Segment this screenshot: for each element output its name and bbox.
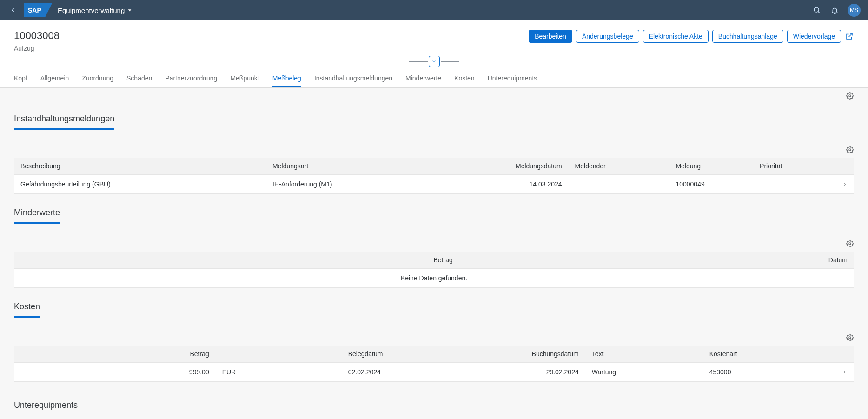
- cell-currency: EUR: [216, 363, 342, 382]
- row-nav[interactable]: [835, 175, 854, 194]
- chevron-left-icon: [10, 7, 16, 13]
- object-header-left: 10003008 Aufzug: [14, 30, 60, 52]
- section-minderwerte: Minderwerte Betrag Datum Keine Daten gef…: [14, 194, 854, 288]
- row-nav[interactable]: [835, 363, 854, 382]
- svg-point-7: [849, 243, 851, 245]
- notifications-settings-button[interactable]: [846, 146, 854, 154]
- svg-marker-2: [128, 9, 132, 11]
- bell-icon: [831, 7, 839, 14]
- tab-schäden[interactable]: Schäden: [126, 70, 152, 87]
- tab-instandhaltungsmeldungen[interactable]: Instandhaltungsmeldungen: [314, 70, 392, 87]
- anchor-line-right: [441, 61, 459, 62]
- tab-kosten[interactable]: Kosten: [454, 70, 475, 87]
- section-unterequipments: Unterequipments: [14, 382, 854, 417]
- accounting-button[interactable]: Buchhaltungsanlage: [712, 30, 783, 43]
- table-header-row: Betrag Belegdatum Buchungsdatum Text Kos…: [14, 346, 854, 363]
- col-datum: Datum: [459, 252, 854, 269]
- gear-icon: [846, 240, 854, 247]
- cell-id: 10000049: [669, 175, 753, 194]
- cell-description: Gefährdungsbeurteilung (GBU): [14, 175, 266, 194]
- col-description: Beschreibung: [14, 158, 266, 175]
- notifications-table: Beschreibung Meldungsart Meldungsdatum M…: [14, 158, 854, 194]
- table-row[interactable]: 999,00 EUR 02.02.2024 29.02.2024 Wartung…: [14, 363, 854, 382]
- cell-belegdatum: 02.02.2024: [342, 363, 476, 382]
- tab-zuordnung[interactable]: Zuordnung: [82, 70, 113, 87]
- electronic-file-button[interactable]: Elektronische Akte: [643, 30, 709, 43]
- cell-reporter: [569, 175, 669, 194]
- gear-icon: [846, 146, 854, 153]
- col-reporter: Meldender: [569, 158, 669, 175]
- page-title: 10003008: [14, 30, 60, 42]
- sap-logo[interactable]: SAP: [24, 3, 52, 17]
- top-settings-row: [14, 88, 854, 100]
- col-betrag: Betrag: [14, 252, 459, 269]
- anchor-tabs: KopfAllgemeinZuordnungSchädenPartnerzuor…: [0, 70, 868, 88]
- kosten-table: Betrag Belegdatum Buchungsdatum Text Kos…: [14, 346, 854, 382]
- object-header: 10003008 Aufzug Bearbeiten Änderungsbele…: [0, 20, 868, 52]
- col-betrag: Betrag: [14, 346, 216, 363]
- tab-unterequipments[interactable]: Unterequipments: [488, 70, 537, 87]
- kosten-settings-button[interactable]: [846, 333, 854, 342]
- page-subtitle: Aufzug: [14, 45, 60, 52]
- notifications-toolbar: [14, 132, 854, 158]
- minderwerte-table: Betrag Datum Keine Daten gefunden.: [14, 252, 854, 288]
- shellbar: SAP Equipmentverwaltung MS: [0, 0, 868, 20]
- col-id: Meldung: [669, 158, 753, 175]
- search-button[interactable]: [812, 6, 822, 15]
- notifications-button[interactable]: [830, 6, 839, 15]
- section-notifications: Instandhaltungsmeldungen Beschreibung Me…: [14, 100, 854, 194]
- svg-point-6: [849, 149, 851, 151]
- page-content: Instandhaltungsmeldungen Beschreibung Me…: [0, 88, 868, 419]
- sap-logo-icon: SAP: [24, 3, 52, 17]
- tab-partnerzuordnung[interactable]: Partnerzuordnung: [165, 70, 217, 87]
- share-icon: [845, 32, 854, 40]
- user-avatar[interactable]: MS: [848, 4, 861, 17]
- minderwerte-toolbar: [14, 226, 854, 252]
- cell-buchungsdatum: 29.02.2024: [476, 363, 585, 382]
- settings-button[interactable]: [846, 92, 854, 100]
- collapse-header-button[interactable]: [429, 56, 440, 67]
- cell-date: 14.03.2024: [451, 175, 569, 194]
- kosten-toolbar: [14, 319, 854, 346]
- section-title-kosten: Kosten: [14, 288, 40, 318]
- cell-kostenart: 453000: [703, 363, 835, 382]
- shell-left: SAP Equipmentverwaltung: [7, 3, 132, 17]
- svg-line-4: [818, 11, 820, 13]
- back-button[interactable]: [7, 5, 19, 16]
- cell-type: IH-Anforderung (M1): [266, 175, 451, 194]
- cell-betrag: 999,00: [14, 363, 216, 382]
- col-priority: Priorität: [753, 158, 835, 175]
- col-buchungsdatum: Buchungsdatum: [476, 346, 585, 363]
- resubmission-button[interactable]: Wiedervorlage: [787, 30, 841, 43]
- tab-meßbeleg[interactable]: Meßbeleg: [272, 70, 301, 87]
- tab-meßpunkt[interactable]: Meßpunkt: [230, 70, 259, 87]
- nodata-text: Keine Daten gefunden.: [14, 269, 854, 288]
- shell-right: MS: [812, 4, 861, 17]
- cell-priority: [753, 175, 835, 194]
- col-kostenart: Kostenart: [703, 346, 835, 363]
- gear-icon: [846, 92, 854, 100]
- search-icon: [813, 7, 821, 14]
- chevron-down-icon: [431, 59, 437, 64]
- changes-button[interactable]: Änderungsbelege: [576, 30, 639, 43]
- anchor-line-left: [409, 61, 428, 62]
- edit-button[interactable]: Bearbeiten: [529, 30, 572, 43]
- share-button[interactable]: [845, 32, 854, 41]
- svg-point-3: [814, 7, 819, 12]
- header-actions: Bearbeiten Änderungsbelege Elektronische…: [529, 30, 854, 43]
- nodata-row: Keine Daten gefunden.: [14, 269, 854, 288]
- svg-point-5: [849, 95, 851, 97]
- tab-minderwerte[interactable]: Minderwerte: [405, 70, 441, 87]
- app-title-text: Equipmentverwaltung: [58, 7, 125, 14]
- tab-kopf[interactable]: Kopf: [14, 70, 27, 87]
- chevron-right-icon: [842, 369, 848, 375]
- tab-allgemein[interactable]: Allgemein: [40, 70, 69, 87]
- col-nav: [835, 158, 854, 175]
- table-row[interactable]: Gefährdungsbeurteilung (GBU) IH-Anforder…: [14, 175, 854, 194]
- section-title-notifications: Instandhaltungsmeldungen: [14, 100, 114, 130]
- col-text: Text: [585, 346, 703, 363]
- chevron-right-icon: [842, 181, 848, 187]
- col-nav: [835, 346, 854, 363]
- minderwerte-settings-button[interactable]: [846, 239, 854, 248]
- app-title-dropdown[interactable]: Equipmentverwaltung: [58, 7, 132, 14]
